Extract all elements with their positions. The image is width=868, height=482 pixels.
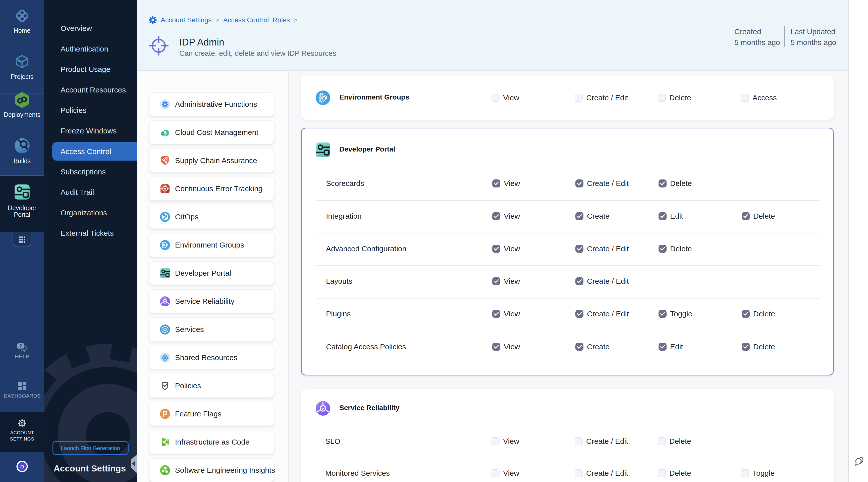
svg-text:D: D: [20, 464, 24, 470]
svg-text:$: $: [164, 130, 167, 136]
svg-text:?: ?: [19, 343, 22, 349]
